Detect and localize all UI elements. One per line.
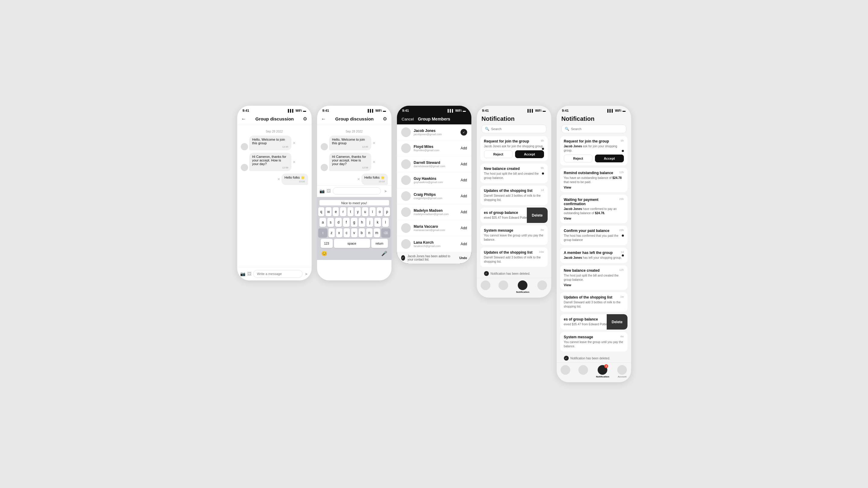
key-i[interactable]: i <box>370 207 375 216</box>
key-w[interactable]: w <box>326 207 332 216</box>
cancel-button[interactable]: Cancel <box>402 117 414 121</box>
key-d[interactable]: d <box>335 218 342 227</box>
reject-button[interactable]: Reject <box>484 150 513 158</box>
message-x-icon[interactable]: ✕ <box>357 177 360 181</box>
key-h[interactable]: h <box>359 218 365 227</box>
key-u[interactable]: u <box>362 207 368 216</box>
numbers-key[interactable]: 123 <box>321 239 333 248</box>
nav-item-notification[interactable]: 3 Notification <box>596 365 609 378</box>
notif-title: New balance created <box>564 268 618 272</box>
nav-item-2[interactable] <box>498 281 508 293</box>
add-member-button[interactable]: Add <box>461 178 467 182</box>
view-button[interactable]: View <box>564 283 624 287</box>
view-button[interactable]: View <box>564 186 624 189</box>
shift-key[interactable]: ⇧ <box>318 228 327 237</box>
add-member-button[interactable]: Add <box>461 162 467 166</box>
notif-time: 8h <box>541 167 544 170</box>
member-info: Madelyn Madsen madelynmadsen@gmail.com <box>414 208 458 216</box>
key-n[interactable]: n <box>366 228 373 237</box>
back-button[interactable]: ← <box>241 116 246 122</box>
notif-body: Darrell Steward add 3 bottles of milk to… <box>564 300 624 309</box>
back-button[interactable]: ← <box>321 116 326 122</box>
undo-button[interactable]: Undo <box>459 256 467 260</box>
notif-actions: Reject Accept <box>484 150 544 158</box>
notification-item: es of group balance 2d eived $35.47 from… <box>480 207 548 223</box>
space-key[interactable]: space <box>334 239 370 248</box>
search-input[interactable] <box>571 127 623 131</box>
notif-time: 16w <box>539 250 544 253</box>
send-button[interactable]: ➤ <box>304 270 309 278</box>
camera-icon[interactable]: 📷 <box>319 188 324 194</box>
key-b[interactable]: b <box>359 228 365 237</box>
delete-popup[interactable]: Delete <box>607 314 627 330</box>
key-m[interactable]: m <box>374 228 380 237</box>
key-s[interactable]: s <box>327 218 334 227</box>
nav-item-1[interactable] <box>561 365 570 378</box>
key-e[interactable]: e <box>333 207 339 216</box>
screen4-time: 9:41 <box>482 109 489 112</box>
notif-item-header: Confirm your paid balance 23h <box>564 229 624 233</box>
key-v[interactable]: v <box>351 228 358 237</box>
add-member-button[interactable]: Add <box>461 210 467 214</box>
add-member-button[interactable]: Add <box>461 242 467 246</box>
member-name: Lana Korch <box>414 240 458 245</box>
nav-item-notification[interactable]: Notification <box>516 281 529 293</box>
delete-key[interactable]: ⌫ <box>381 228 390 237</box>
avatar <box>321 164 328 171</box>
key-g[interactable]: g <box>351 218 358 227</box>
notif-item-header: New balance created 8h <box>484 167 544 171</box>
settings-button[interactable]: ⚙ <box>383 116 387 122</box>
message-x-icon[interactable]: ✕ <box>293 141 296 145</box>
notif-item-header: Updates of the shopping list 1w <box>564 295 624 299</box>
key-p[interactable]: p <box>384 207 390 216</box>
message-x-icon[interactable]: ✕ <box>373 141 375 145</box>
delete-popup[interactable]: Delete <box>527 207 547 223</box>
camera-icon[interactable]: 📷 <box>240 270 245 277</box>
key-l[interactable]: l <box>382 218 389 227</box>
key-a[interactable]: a <box>319 218 326 227</box>
message-text: Hello, Welcome to join this group <box>252 138 285 145</box>
nav-item-1[interactable] <box>481 281 490 293</box>
accept-button[interactable]: Accept <box>595 155 624 162</box>
search-input[interactable] <box>491 127 543 131</box>
search-bar: 🔍 <box>561 125 626 133</box>
key-k[interactable]: k <box>374 218 381 227</box>
battery-icon: ▬ <box>303 109 306 112</box>
notif-item-header: Updates of the shopping list 1d <box>484 189 544 193</box>
return-key[interactable]: return <box>371 239 388 248</box>
add-member-button[interactable]: Add <box>461 226 467 230</box>
nav-item-account[interactable]: Account <box>617 365 627 378</box>
key-j[interactable]: j <box>367 218 373 227</box>
nav-item-2[interactable] <box>578 365 588 378</box>
image-icon[interactable]: 🖼 <box>326 188 331 194</box>
typing-input[interactable] <box>333 187 381 195</box>
view-button[interactable]: View <box>564 217 624 220</box>
add-member-button[interactable]: Add <box>461 146 467 150</box>
key-f[interactable]: f <box>343 218 350 227</box>
reject-button[interactable]: Reject <box>564 155 593 162</box>
key-q[interactable]: q <box>318 207 324 216</box>
key-c[interactable]: c <box>344 228 350 237</box>
key-z[interactable]: z <box>329 228 335 237</box>
notif-body: The host just split the bill and created… <box>564 273 624 282</box>
message-x-icon[interactable]: ✕ <box>373 160 375 164</box>
screen4-notifications-list: Request for join the group 5h Jacob Jone… <box>477 136 551 278</box>
microphone-icon[interactable]: 🎤 <box>381 251 387 256</box>
emoji-icon[interactable]: 😊 <box>321 251 327 256</box>
key-o[interactable]: o <box>377 207 383 216</box>
key-x[interactable]: x <box>336 228 342 237</box>
key-r[interactable]: r <box>340 207 346 216</box>
key-y[interactable]: y <box>355 207 361 216</box>
add-member-button[interactable]: Add <box>461 194 467 198</box>
message-time: 13:10 <box>284 180 305 183</box>
accept-button[interactable]: Accept <box>515 150 544 158</box>
message-x-icon[interactable]: ✕ <box>293 160 296 164</box>
message-x-icon[interactable]: ✕ <box>277 177 280 181</box>
send-button[interactable]: ➤ <box>382 187 389 195</box>
screen3-title: Group Members <box>418 117 450 121</box>
image-icon[interactable]: 🖼 <box>247 270 251 277</box>
nav-item-4[interactable] <box>537 281 547 293</box>
key-t[interactable]: t <box>347 207 353 216</box>
message-input[interactable] <box>253 270 303 278</box>
settings-button[interactable]: ⚙ <box>303 116 307 122</box>
